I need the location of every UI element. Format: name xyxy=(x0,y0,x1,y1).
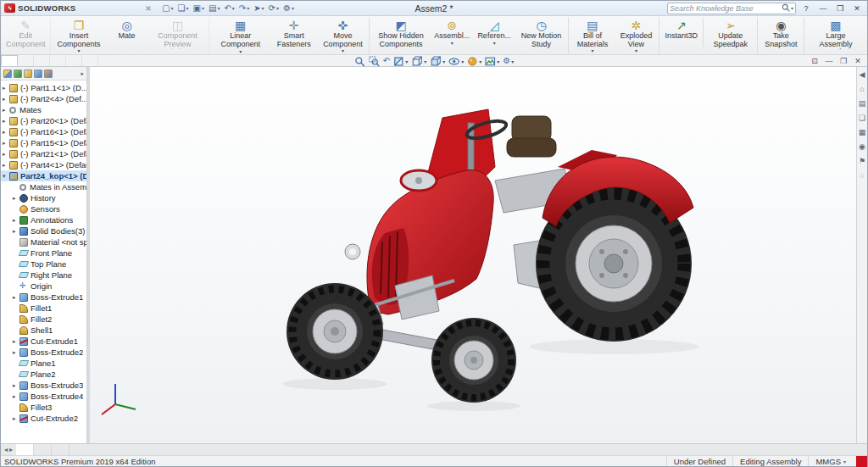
ribbon-button[interactable]: Move Component ▾ xyxy=(318,17,370,55)
search-input[interactable] xyxy=(670,4,782,13)
tree-item[interactable]: Material <not spe... xyxy=(1,236,86,247)
menu-item[interactable] xyxy=(133,8,142,9)
section-view-icon[interactable]: ▾ xyxy=(392,56,409,67)
propertymanager-tab-icon[interactable] xyxy=(14,69,22,78)
expand-arrow-icon[interactable] xyxy=(13,382,19,389)
menu-item[interactable] xyxy=(108,8,116,9)
tree-item[interactable]: Plane2 xyxy=(1,369,86,380)
expand-arrow-icon[interactable] xyxy=(3,118,9,125)
ribbon-button[interactable]: Take Snapshot ▾ xyxy=(760,17,804,55)
command-tab[interactable] xyxy=(82,55,98,66)
expand-arrow-icon[interactable] xyxy=(3,107,9,114)
tree-item[interactable]: (-) Part1.1<1> (D... xyxy=(1,82,86,93)
tree-item[interactable]: Boss-Extrude1 xyxy=(1,292,86,303)
ribbon-button[interactable]: Component Preview Window ▾ xyxy=(148,17,209,55)
chevron-down-icon[interactable]: ▾ xyxy=(635,48,637,54)
collapse-task-pane-icon[interactable]: ◀ xyxy=(860,70,865,79)
tree-item[interactable]: (-) Part20<1> (Defau... xyxy=(1,115,86,126)
expand-arrow-icon[interactable] xyxy=(13,195,19,202)
quick-access-button[interactable]: ↷ ▾ xyxy=(237,2,251,14)
ribbon-button[interactable]: New Motion Study ▾ xyxy=(515,17,569,55)
document-tab[interactable] xyxy=(16,444,34,455)
ribbon-button[interactable]: Large Assembly Mode ▾ xyxy=(806,17,865,55)
chevron-down-icon[interactable]: ▾ xyxy=(451,41,453,47)
menu-item[interactable] xyxy=(91,8,99,9)
chevron-down-icon[interactable]: ▾ xyxy=(591,48,593,54)
ribbon-button[interactable]: Linear Component Pattern ▾ xyxy=(211,17,270,55)
display-style-icon[interactable]: ▾ xyxy=(429,56,446,67)
tree-item[interactable]: Boss-Extrude4 xyxy=(1,391,86,402)
knowledge-base-search[interactable]: ▾ xyxy=(667,3,796,14)
quick-access-button[interactable]: ⟳ ▾ xyxy=(267,2,281,14)
tree-item[interactable]: Cut-Extrude1 xyxy=(1,336,86,347)
view-orientation-icon[interactable]: ▾ xyxy=(410,56,427,67)
tree-item[interactable]: Top Plane xyxy=(1,259,86,270)
document-restore-icon[interactable]: ❒ xyxy=(837,57,849,65)
tree-item[interactable]: History xyxy=(1,192,86,203)
tree-item[interactable]: Front Plane xyxy=(1,247,86,259)
panel-tabs-overflow-icon[interactable]: ▸ xyxy=(81,70,84,77)
chevron-down-icon[interactable]: ▾ xyxy=(493,41,496,47)
tree-item[interactable]: (-) Part4<1> (Defau... xyxy=(1,159,86,170)
quick-access-button[interactable]: ▤ ▾ xyxy=(207,2,221,14)
view-settings-icon[interactable]: ⚙▾ xyxy=(502,56,515,67)
command-tab[interactable] xyxy=(66,55,82,66)
command-tab[interactable] xyxy=(18,55,34,66)
tree-item[interactable]: Boss-Extrude3 xyxy=(1,380,86,391)
expand-arrow-icon[interactable] xyxy=(13,338,19,345)
edit-appearance-icon[interactable]: ▾ xyxy=(466,56,482,67)
graphics-area[interactable] xyxy=(90,67,856,443)
displaymanager-tab-icon[interactable] xyxy=(44,69,53,78)
tree-item[interactable]: (-) Part16<1> (Defau... xyxy=(1,126,86,137)
tree-item[interactable]: Fillet3 xyxy=(1,402,86,413)
document-tab[interactable] xyxy=(34,444,52,455)
ribbon-button[interactable]: Show Hidden Components ▾ xyxy=(371,17,431,55)
custom-properties-icon[interactable]: ⚑ xyxy=(859,157,865,165)
viewport-arrange-icon[interactable]: ⊡ xyxy=(809,57,821,65)
quick-access-button[interactable]: ▣ ▾ xyxy=(191,2,205,14)
tree-item[interactable]: Annotations xyxy=(1,214,86,225)
menu-item[interactable] xyxy=(82,8,91,9)
ribbon-button[interactable]: Instant3D ▾ xyxy=(661,17,704,47)
quick-access-button[interactable]: ⚙ ▾ xyxy=(281,2,296,14)
ribbon-button[interactable]: Smart Fasteners ▾ xyxy=(270,17,318,55)
tree-item[interactable]: Part24_kop<1> (De... xyxy=(1,170,86,181)
status-units[interactable]: MMGS▾ xyxy=(808,456,853,466)
help-button[interactable]: ? xyxy=(799,3,813,14)
expand-arrow-icon[interactable] xyxy=(13,294,19,301)
tree-item[interactable]: (-) Part15<1> (Defau... xyxy=(1,137,86,148)
expand-arrow-icon[interactable] xyxy=(13,393,19,400)
tree-item[interactable]: Mates in Assem2 xyxy=(1,181,86,192)
chevron-down-icon[interactable]: ▾ xyxy=(78,48,81,54)
expand-arrow-icon[interactable] xyxy=(13,217,19,224)
command-tab[interactable] xyxy=(1,55,18,66)
view-palette-icon[interactable]: ▦ xyxy=(859,128,866,136)
scroll-right-icon[interactable]: ▸ xyxy=(9,446,13,453)
chevron-down-icon[interactable]: ▾ xyxy=(239,49,242,55)
tractor-model[interactable] xyxy=(90,67,856,443)
tab-scroll-arrows[interactable]: ◂ ▸ xyxy=(1,444,16,455)
forum-icon[interactable]: ◌ xyxy=(860,171,864,180)
expand-arrow-icon[interactable] xyxy=(13,415,19,422)
search-icon[interactable] xyxy=(782,3,791,13)
tree-item[interactable]: Mates xyxy=(1,104,86,115)
tree-item[interactable]: Sensors xyxy=(1,203,86,214)
quick-access-button[interactable]: ▢ ▾ xyxy=(160,2,175,14)
expand-arrow-icon[interactable] xyxy=(3,96,9,103)
scroll-left-icon[interactable]: ◂ xyxy=(4,446,8,453)
design-library-icon[interactable]: ▤ xyxy=(859,99,866,108)
file-explorer-icon[interactable]: ❏ xyxy=(859,114,865,122)
expand-arrow-icon[interactable] xyxy=(13,228,19,235)
tree-item[interactable]: Fillet1 xyxy=(1,303,86,314)
ribbon-button[interactable]: Update Speedpak ▾ xyxy=(705,17,758,55)
ribbon-button[interactable]: Edit Component ▾ xyxy=(3,17,51,55)
tree-item[interactable]: Origin xyxy=(1,281,86,292)
tree-item[interactable]: Shell1 xyxy=(1,325,86,336)
menu-item[interactable] xyxy=(125,8,133,9)
command-tab[interactable] xyxy=(34,55,50,66)
ribbon-button[interactable]: Mate ▾ xyxy=(106,17,148,47)
tree-item[interactable]: Plane1 xyxy=(1,358,86,369)
solidworks-resources-icon[interactable]: ⌂ xyxy=(860,85,864,93)
pin-menu-icon[interactable]: ✛ xyxy=(143,3,153,13)
quick-access-button[interactable]: ❏ ▾ xyxy=(175,2,190,14)
